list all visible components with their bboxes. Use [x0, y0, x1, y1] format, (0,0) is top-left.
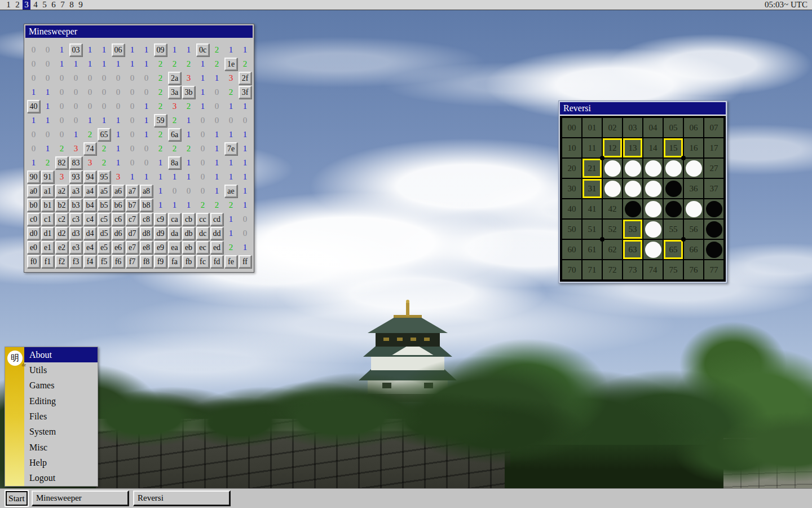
reversi-cell-10[interactable]: 10	[562, 138, 581, 157]
mine-cell-a0[interactable]: a0	[27, 185, 40, 198]
mine-cell-c8[interactable]: c8	[140, 213, 153, 226]
mine-cell-a2[interactable]: a2	[55, 185, 68, 198]
mine-cell-f0[interactable]: f0	[27, 255, 40, 268]
mine-cell-ed[interactable]: ed	[210, 241, 223, 254]
mine-cell-cb[interactable]: cb	[182, 213, 195, 226]
mine-cell-09[interactable]: 09	[154, 43, 167, 56]
workspace-6[interactable]: 6	[50, 0, 58, 10]
mine-cell-b3[interactable]: b3	[69, 199, 82, 212]
reversi-cell-64[interactable]	[643, 240, 663, 259]
menu-item-games[interactable]: Games	[24, 378, 98, 393]
mine-cell-93[interactable]: 93	[69, 170, 82, 183]
mine-cell-b4[interactable]: b4	[83, 199, 96, 212]
reversi-cell-21[interactable]: 21	[582, 159, 602, 178]
workspace-3[interactable]: 3	[23, 0, 30, 10]
reversi-cell-72[interactable]: 72	[603, 260, 622, 279]
reversi-cell-61[interactable]: 61	[582, 240, 602, 259]
menu-item-utils[interactable]: Utils	[24, 362, 98, 378]
reversi-cell-06[interactable]: 06	[684, 118, 703, 137]
reversi-cell-41[interactable]: 41	[582, 199, 602, 218]
reversi-cell-32[interactable]	[603, 179, 622, 198]
reversi-cell-77[interactable]: 77	[704, 260, 723, 279]
reversi-cell-02[interactable]: 02	[603, 118, 622, 137]
mine-cell-b8[interactable]: b8	[140, 199, 153, 212]
reversi-cell-15[interactable]: 15	[664, 138, 683, 157]
mine-cell-cc[interactable]: cc	[196, 213, 209, 226]
mine-cell-8a[interactable]: 8a	[168, 156, 181, 169]
workspace-4[interactable]: 4	[32, 0, 39, 10]
mine-cell-3b[interactable]: 3b	[182, 86, 195, 99]
task-button-reversi[interactable]: Reversi	[133, 491, 231, 506]
workspace-1[interactable]: 1	[5, 0, 12, 10]
mine-cell-b7[interactable]: b7	[126, 199, 139, 212]
mine-cell-3f[interactable]: 3f	[239, 86, 251, 99]
reversi-cell-66[interactable]: 66	[684, 240, 703, 259]
reversi-cell-73[interactable]: 73	[623, 260, 642, 279]
reversi-cell-23[interactable]	[623, 159, 642, 178]
mine-cell-f7[interactable]: f7	[126, 255, 139, 268]
reversi-cell-75[interactable]: 75	[664, 260, 683, 279]
reversi-cell-53[interactable]: 53	[623, 220, 642, 239]
mine-cell-e1[interactable]: e1	[41, 241, 54, 254]
reversi-cell-63[interactable]: 63	[623, 240, 642, 259]
task-button-minesweeper[interactable]: Minesweeper	[32, 491, 129, 506]
mine-cell-6a[interactable]: 6a	[168, 128, 181, 141]
menu-item-files[interactable]: Files	[24, 409, 98, 424]
mine-cell-74[interactable]: 74	[83, 142, 96, 155]
mine-cell-91[interactable]: 91	[41, 170, 54, 183]
mine-cell-dd[interactable]: dd	[210, 227, 223, 240]
reversi-cell-03[interactable]: 03	[623, 118, 642, 137]
reversi-cell-27[interactable]: 27	[704, 159, 723, 178]
mine-cell-03[interactable]: 03	[69, 43, 82, 56]
mine-cell-da[interactable]: da	[168, 227, 181, 240]
reversi-cell-62[interactable]: 62	[603, 240, 622, 259]
menu-item-about[interactable]: About	[24, 347, 98, 362]
mine-cell-1e[interactable]: 1e	[224, 58, 237, 71]
mine-cell-06[interactable]: 06	[112, 43, 125, 56]
mine-cell-f5[interactable]: f5	[98, 255, 111, 268]
reversi-cell-26[interactable]	[684, 159, 703, 178]
reversi-cell-14[interactable]: 14	[643, 138, 663, 157]
mine-cell-a7[interactable]: a7	[126, 185, 139, 198]
mine-cell-a6[interactable]: a6	[112, 185, 125, 198]
mine-cell-c9[interactable]: c9	[154, 213, 167, 226]
mine-cell-eb[interactable]: eb	[182, 241, 195, 254]
mine-cell-a3[interactable]: a3	[69, 185, 82, 198]
reversi-cell-45[interactable]	[664, 199, 683, 218]
workspace-8[interactable]: 8	[68, 0, 76, 10]
mine-cell-fc[interactable]: fc	[196, 255, 209, 268]
mine-cell-e4[interactable]: e4	[83, 241, 96, 254]
mine-cell-b2[interactable]: b2	[55, 199, 68, 212]
mine-cell-a8[interactable]: a8	[140, 185, 153, 198]
reversi-cell-30[interactable]: 30	[562, 179, 581, 198]
reversi-cell-60[interactable]: 60	[562, 240, 581, 259]
mine-cell-e2[interactable]: e2	[55, 241, 68, 254]
mine-cell-65[interactable]: 65	[98, 128, 111, 141]
mine-cell-c6[interactable]: c6	[112, 213, 125, 226]
mine-cell-40[interactable]: 40	[27, 100, 40, 113]
reversi-cell-46[interactable]	[684, 199, 703, 218]
mine-cell-c4[interactable]: c4	[83, 213, 96, 226]
mine-cell-a4[interactable]: a4	[83, 185, 96, 198]
reversi-cell-71[interactable]: 71	[582, 260, 602, 279]
reversi-cell-70[interactable]: 70	[562, 260, 581, 279]
workspace-7[interactable]: 7	[59, 0, 67, 10]
reversi-cell-57[interactable]	[704, 220, 723, 239]
mine-cell-f1[interactable]: f1	[41, 255, 54, 268]
reversi-cell-24[interactable]	[643, 159, 663, 178]
mine-cell-d6[interactable]: d6	[112, 227, 125, 240]
reversi-cell-42[interactable]: 42	[603, 199, 622, 218]
mine-cell-ec[interactable]: ec	[196, 241, 209, 254]
mine-cell-90[interactable]: 90	[27, 170, 40, 183]
reversi-cell-16[interactable]: 16	[684, 138, 703, 157]
reversi-cell-01[interactable]: 01	[582, 118, 602, 137]
reversi-cell-54[interactable]	[643, 220, 663, 239]
reversi-cell-11[interactable]: 11	[582, 138, 602, 157]
mine-cell-e6[interactable]: e6	[112, 241, 125, 254]
reversi-cell-13[interactable]: 13	[623, 138, 642, 157]
reversi-cell-74[interactable]: 74	[643, 260, 663, 279]
workspace-5[interactable]: 5	[41, 0, 48, 10]
mine-cell-e8[interactable]: e8	[140, 241, 153, 254]
mine-cell-f3[interactable]: f3	[69, 255, 82, 268]
mine-cell-d1[interactable]: d1	[41, 227, 54, 240]
